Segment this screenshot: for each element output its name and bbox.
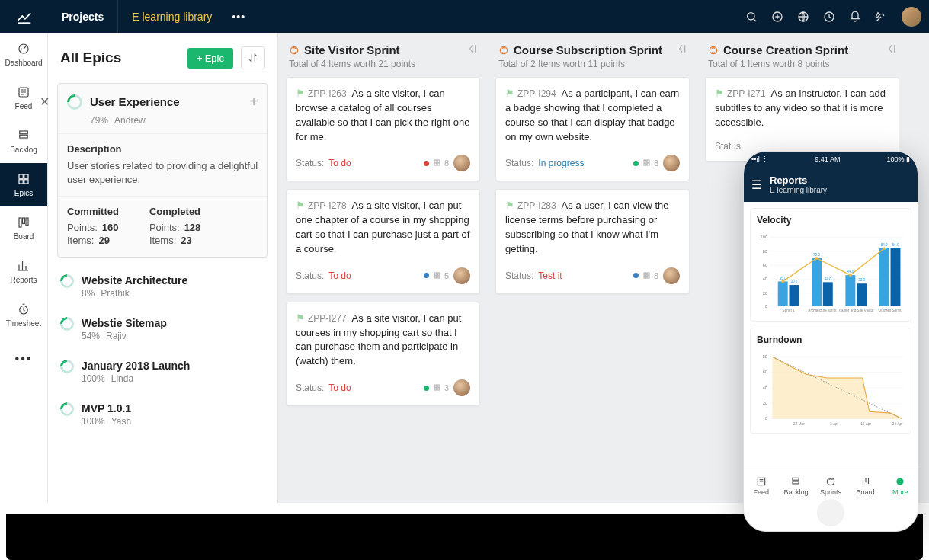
- story-card[interactable]: ⚑ZPP-I263 As a site visitor, I can brows…: [286, 77, 480, 181]
- flag-icon: ⚑: [296, 200, 305, 211]
- epic-item-pct: 54%: [82, 331, 100, 341]
- projects-tab[interactable]: Projects: [48, 0, 117, 33]
- signal-icon: ••ıl ⋮: [751, 155, 768, 163]
- card-id: ZPP-I283: [517, 200, 556, 211]
- card-id: ZPP-I294: [517, 88, 556, 99]
- card-text: ⚑ZPP-I271 As an instructor, I can add su…: [715, 87, 889, 130]
- progress-ring-icon: [57, 315, 76, 334]
- sidebar-item-timesheet[interactable]: Timesheet: [0, 293, 47, 337]
- epic-item-name: MVP 1.0.1: [82, 402, 131, 414]
- app-logo[interactable]: [0, 0, 48, 33]
- collapse-icon[interactable]: [466, 43, 477, 54]
- epic-item-name: January 2018 Launch: [82, 360, 190, 372]
- svg-rect-8: [19, 174, 23, 178]
- more-tab[interactable]: •••: [226, 0, 251, 33]
- svg-rect-52: [790, 285, 799, 306]
- pb-backlog[interactable]: Backlog: [779, 469, 814, 502]
- story-card[interactable]: ⚑ZPP-I294 As a participant, I can earn a…: [495, 77, 690, 181]
- pb-board[interactable]: Board: [848, 469, 883, 502]
- pb-label: Backlog: [783, 488, 808, 496]
- sidebar-label: Backlog: [10, 146, 37, 154]
- card-text: ⚑ZPP-I283 As a user, I can view the lice…: [505, 199, 680, 256]
- status-value: Test it: [538, 270, 562, 281]
- svg-rect-53: [812, 258, 822, 306]
- pb-sprints[interactable]: Sprints: [813, 469, 848, 502]
- progress-ring-icon: [57, 400, 76, 419]
- sidebar-item-board[interactable]: Board: [0, 206, 47, 250]
- svg-rect-58: [891, 248, 901, 306]
- phone-subtitle: E learning library: [770, 186, 827, 194]
- assignee-avatar[interactable]: [453, 267, 470, 284]
- card-id: ZPP-I278: [308, 200, 347, 211]
- assignee-avatar[interactable]: [663, 155, 680, 171]
- sidebar-item-epics[interactable]: Epics: [0, 163, 47, 206]
- story-card[interactable]: ⚑ZPP-I271 As an instructor, I can add su…: [705, 77, 899, 162]
- sidebar-label: Feed: [15, 102, 33, 110]
- svg-rect-9: [24, 174, 28, 178]
- sidebar-item-dashboard[interactable]: Dashboard: [0, 33, 47, 76]
- pb-feed[interactable]: Feed: [744, 469, 779, 502]
- hamburger-icon[interactable]: ☰: [751, 178, 762, 192]
- svg-rect-32: [644, 163, 646, 165]
- close-icon[interactable]: ✕: [40, 94, 50, 109]
- svg-rect-91: [793, 478, 799, 480]
- sidebar-more[interactable]: •••: [0, 337, 47, 380]
- svg-rect-12: [19, 218, 21, 227]
- phone-time: 9:41 AM: [815, 155, 840, 163]
- svg-rect-54: [823, 282, 833, 306]
- bell-icon[interactable]: [842, 0, 868, 33]
- svg-rect-33: [647, 163, 649, 165]
- sidebar-item-backlog[interactable]: Backlog: [0, 120, 47, 163]
- chart-title: Burndown: [757, 334, 905, 345]
- sort-button[interactable]: [241, 46, 265, 69]
- sprint-title: Site Visitor Sprint: [289, 43, 477, 56]
- blocks-icon: 8: [643, 271, 658, 280]
- priority-dot: [424, 273, 429, 278]
- home-button[interactable]: [817, 499, 844, 526]
- velocity-chart-card[interactable]: Velocity 100806040200 35.030: [750, 208, 911, 322]
- phone-bottombar: Feed Backlog Sprints Board More: [744, 469, 918, 502]
- epic-item-pct: 100%: [82, 416, 105, 427]
- globe-icon[interactable]: [790, 0, 816, 33]
- svg-text:40: 40: [763, 277, 767, 282]
- svg-rect-25: [434, 385, 437, 387]
- add-icon[interactable]: [764, 0, 790, 33]
- card-text: ⚑ZPP-I263 As a site visitor, I can brows…: [296, 87, 470, 144]
- phone-battery: 100%: [886, 155, 904, 163]
- description-label: Description: [67, 143, 258, 155]
- assignee-avatar[interactable]: [453, 155, 470, 171]
- assignee-avatar[interactable]: [663, 267, 680, 284]
- collapse-icon[interactable]: [676, 43, 687, 54]
- epic-item[interactable]: January 2018 Launch 100%Linda: [48, 350, 277, 393]
- story-card[interactable]: ⚑ZPP-I278 As a site visitor, I can put o…: [286, 189, 480, 293]
- svg-rect-55: [845, 275, 855, 306]
- burndown-chart-card[interactable]: Burndown 806040200 24-Mar3-Apr12-Apr23-A…: [750, 328, 911, 434]
- add-epic-button[interactable]: +Epic: [187, 48, 233, 69]
- user-avatar[interactable]: [902, 7, 921, 27]
- epic-item[interactable]: Webstie Sitemap 54%Rajiv: [48, 308, 277, 350]
- svg-point-59: [781, 280, 784, 283]
- search-icon[interactable]: [738, 0, 764, 33]
- phone-title: Reports: [770, 174, 827, 186]
- epic-name: User Experience: [90, 95, 180, 108]
- story-card[interactable]: ⚑ZPP-I283 As a user, I can view the lice…: [495, 189, 690, 293]
- epic-item[interactable]: Website Architecture 8%Prathik: [48, 265, 277, 308]
- epic-owner: Andrew: [114, 115, 146, 126]
- svg-rect-26: [437, 385, 440, 387]
- pb-more[interactable]: More: [883, 469, 918, 502]
- sprint-column: Site Visitor Sprint Total of 4 Items wor…: [278, 33, 488, 503]
- clock-icon[interactable]: [816, 0, 842, 33]
- status-value: To do: [328, 270, 351, 281]
- add-icon[interactable]: +: [249, 93, 258, 110]
- tools-icon[interactable]: [868, 0, 894, 33]
- project-name-tab[interactable]: E learning library: [117, 0, 226, 33]
- svg-rect-20: [437, 163, 440, 165]
- epic-item[interactable]: MVP 1.0.1 100%Yash: [48, 393, 277, 436]
- story-card[interactable]: ⚑ZPP-I277 As a site visitor, I can put c…: [286, 302, 480, 406]
- priority-dot: [633, 161, 639, 166]
- collapse-icon[interactable]: [886, 43, 896, 54]
- assignee-avatar[interactable]: [453, 379, 470, 396]
- sidebar-item-reports[interactable]: Reports: [0, 250, 47, 293]
- priority-dot: [424, 386, 429, 391]
- epic-item-pct: 100%: [82, 373, 105, 384]
